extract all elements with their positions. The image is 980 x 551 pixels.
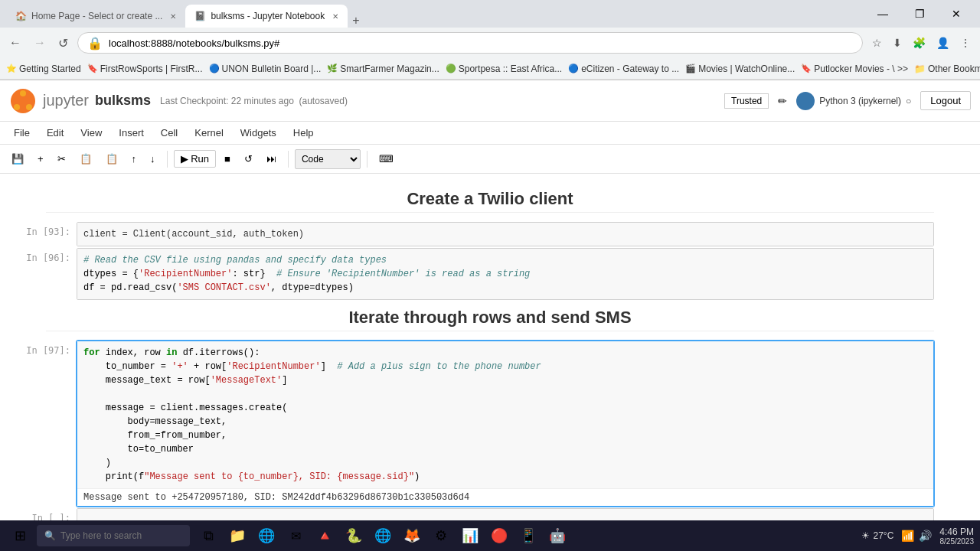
bookmark-sportpesa-icon: 🟢 [446, 64, 456, 73]
weather-temp: 27°C [873, 530, 893, 541]
run-button[interactable]: ▶ Run [174, 150, 216, 168]
volume-icon[interactable]: 🔊 [919, 530, 932, 542]
jupyter-logo: jupyter [9, 87, 89, 115]
start-button[interactable]: ⊞ [6, 522, 34, 549]
cell-97-body[interactable]: for index, row in df.iterrows(): to_numb… [77, 341, 934, 507]
excel-icon[interactable]: 📊 [458, 523, 482, 548]
bookmark-ecitizen-icon: 🔵 [568, 64, 579, 73]
logout-button[interactable]: Logout [920, 91, 971, 110]
mail-icon[interactable]: ✉ [283, 523, 308, 548]
move-down-button[interactable]: ↓ [145, 150, 161, 168]
menu-kernel[interactable]: Kernel [187, 126, 231, 140]
address-bar: ← → ↺ 🔒 ☆ ⬇ 🧩 👤 ⋮ [0, 28, 980, 58]
move-up-button[interactable]: ↑ [126, 150, 142, 168]
edit-icon[interactable]: ✏ [778, 95, 787, 107]
menu-help[interactable]: Help [286, 126, 322, 140]
menu-edit[interactable]: Edit [39, 126, 71, 140]
trusted-button[interactable]: Trusted [724, 93, 769, 109]
bookmark-smartfarmer[interactable]: 🌿 SmartFarmer Magazin... [327, 64, 439, 74]
tab-jupyter-label: bulksms - Jupyter Notebook [211, 11, 325, 21]
taskbar-search-input[interactable] [60, 530, 175, 541]
menu-icon[interactable]: ⋮ [957, 34, 974, 52]
network-icon[interactable]: 📶 [901, 530, 914, 542]
iterate-heading-text: Iterate through rows and send SMS [46, 308, 934, 331]
forward-button[interactable]: → [31, 33, 49, 53]
restart-run-button[interactable]: ⏭ [261, 150, 282, 168]
bookmark-unon[interactable]: 🔵 UNON Bulletin Board |... [209, 64, 322, 74]
tab-home-close[interactable]: ✕ [170, 12, 176, 21]
chrome-icon[interactable]: 🌐 [371, 523, 395, 548]
close-button[interactable]: ✕ [939, 2, 974, 26]
cell-type-select[interactable]: Code Markdown Raw [295, 149, 361, 169]
empty-cell-body[interactable] [77, 508, 934, 521]
menu-widgets[interactable]: Widgets [233, 126, 284, 140]
cell-96-body[interactable]: # Read the CSV file using pandas and spe… [77, 248, 934, 300]
address-input[interactable] [109, 37, 853, 49]
taskbar-icons: ⧉ 📁 🌐 ✉ 🔺 🐍 🌐 🦊 ⚙ 📊 🔴 📱 🤖 [196, 523, 570, 548]
refresh-button[interactable]: ↺ [55, 33, 71, 54]
menu-view[interactable]: View [73, 126, 109, 140]
paste-button[interactable]: 📋 [100, 150, 123, 168]
phone-icon[interactable]: 📱 [516, 523, 541, 548]
empty-cell: In [ ]: [0, 508, 980, 521]
window-controls: — ❐ ✕ [865, 2, 974, 26]
bookmark-movies-icon: 🎬 [685, 64, 696, 73]
python-taskbar-icon[interactable]: 🐍 [341, 523, 366, 548]
bookmark-sportpesa[interactable]: 🟢 Sportpesa :: East Africa... [446, 64, 562, 74]
settings-icon[interactable]: ⚙ [429, 523, 453, 548]
title-bar: 🏠 Home Page - Select or create ... ✕ 📓 b… [0, 0, 980, 28]
tab-home[interactable]: 🏠 Home Page - Select or create ... ✕ [6, 5, 185, 28]
kernel-name: Python 3 (ipykernel) [819, 96, 901, 106]
keyboard-button[interactable]: ⌨ [374, 150, 399, 168]
restart-button[interactable]: ↺ [239, 150, 258, 168]
taskbar-search[interactable]: 🔍 [37, 525, 190, 546]
add-cell-button[interactable]: + [32, 150, 49, 168]
star-icon[interactable]: ☆ [869, 34, 885, 52]
minimize-button[interactable]: — [865, 2, 900, 26]
jupyter-toolbar: 💾 + ✂ 📋 📋 ↑ ↓ ▶ Run ■ ↺ ⏭ Code Markdown … [0, 145, 980, 174]
firefox-icon[interactable]: 🦊 [400, 523, 424, 548]
back-button[interactable]: ← [6, 33, 24, 53]
bookmark-firstrow[interactable]: 🔖 FirstRowSports | FirstR... [87, 64, 203, 74]
other-icon[interactable]: 🔴 [487, 523, 511, 548]
bookmark-unon-icon: 🔵 [209, 64, 220, 73]
tab-jupyter[interactable]: 📓 bulksms - Jupyter Notebook ✕ [185, 5, 348, 28]
cut-button[interactable]: ✂ [52, 150, 71, 168]
bookmark-ecitizen[interactable]: 🔵 eCitizen - Gateway to ... [568, 64, 679, 74]
browser-taskbar-icon[interactable]: 🌐 [254, 523, 279, 548]
profile-icon[interactable]: 👤 [933, 34, 952, 52]
svg-point-3 [26, 104, 32, 110]
menu-cell[interactable]: Cell [153, 126, 185, 140]
menu-insert[interactable]: Insert [111, 126, 152, 140]
jupyter-menubar: File Edit View Insert Cell Kernel Widget… [0, 122, 980, 145]
android-icon[interactable]: 🤖 [545, 523, 570, 548]
stop-button[interactable]: ■ [219, 150, 236, 168]
bookmark-other[interactable]: 📁 Other Bookmarks [914, 64, 980, 74]
cell-93-code[interactable]: client = Client(account_sid, auth_token) [77, 223, 933, 246]
cell-97-code[interactable]: for index, row in df.iterrows(): to_numb… [77, 341, 933, 488]
notebook-name[interactable]: bulksms [95, 93, 151, 109]
vlc-icon[interactable]: 🔺 [312, 523, 337, 548]
tab-jupyter-close[interactable]: ✕ [332, 12, 338, 21]
save-button[interactable]: 💾 [6, 150, 29, 168]
bookmark-getting-started[interactable]: ⭐ Getting Started [6, 64, 81, 74]
task-view-icon[interactable]: ⧉ [196, 523, 220, 548]
empty-cell-code[interactable] [77, 509, 933, 521]
cell-93-body[interactable]: client = Client(account_sid, auth_token) [77, 222, 934, 246]
jupyter-app: jupyter bulksms Last Checkpoint: 22 minu… [0, 80, 980, 521]
bookmark-movies[interactable]: 🎬 Movies | WatchOnline... [685, 64, 795, 74]
cell-96-code[interactable]: # Read the CSV file using pandas and spe… [77, 249, 933, 299]
kernel-indicator: Python 3 (ipykernel) ○ [796, 92, 911, 110]
menu-file[interactable]: File [6, 126, 38, 140]
jupyter-header-right: Trusted ✏ Python 3 (ipykernel) ○ Logout [724, 91, 971, 110]
download-icon[interactable]: ⬇ [890, 34, 905, 52]
file-explorer-icon[interactable]: 📁 [225, 523, 250, 548]
bookmark-putlocker-icon: 🔖 [801, 64, 812, 73]
maximize-button[interactable]: ❐ [902, 2, 937, 26]
copy-button[interactable]: 📋 [74, 150, 97, 168]
new-tab-button[interactable]: + [348, 14, 364, 28]
svg-point-1 [20, 90, 26, 96]
extensions-icon[interactable]: 🧩 [910, 34, 929, 52]
bookmark-putlocker[interactable]: 🔖 Putlocker Movies - \ >> [801, 64, 908, 74]
bookmark-smartfarmer-icon: 🌿 [327, 64, 338, 73]
